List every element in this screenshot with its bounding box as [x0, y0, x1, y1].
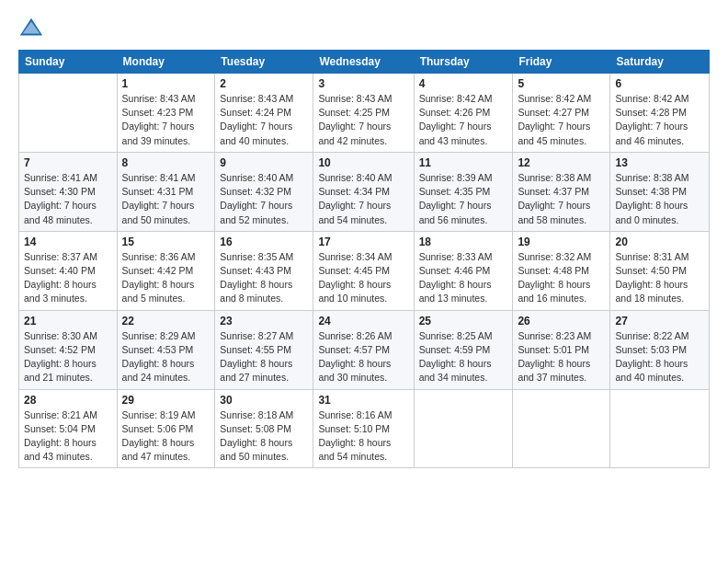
day-number: 25: [419, 315, 508, 327]
day-info: Sunrise: 8:26 AM Sunset: 4:57 PM Dayligh…: [318, 329, 408, 385]
calendar-header-day: Thursday: [414, 51, 513, 74]
day-info: Sunrise: 8:29 AM Sunset: 4:53 PM Dayligh…: [122, 329, 210, 385]
calendar-cell: 29Sunrise: 8:19 AM Sunset: 5:06 PM Dayli…: [117, 389, 215, 468]
day-info: Sunrise: 8:43 AM Sunset: 4:24 PM Dayligh…: [220, 92, 308, 148]
day-number: 20: [615, 236, 704, 248]
calendar-cell: 1Sunrise: 8:43 AM Sunset: 4:23 PM Daylig…: [117, 74, 215, 153]
calendar-cell: 2Sunrise: 8:43 AM Sunset: 4:24 PM Daylig…: [215, 74, 313, 153]
calendar-cell: 19Sunrise: 8:32 AM Sunset: 4:48 PM Dayli…: [513, 231, 610, 310]
day-info: Sunrise: 8:19 AM Sunset: 5:06 PM Dayligh…: [122, 408, 210, 465]
day-number: 7: [24, 156, 112, 169]
calendar-header-day: Friday: [513, 51, 610, 74]
day-number: 26: [518, 315, 605, 327]
day-info: Sunrise: 8:25 AM Sunset: 4:59 PM Dayligh…: [419, 329, 508, 385]
day-number: 30: [220, 394, 308, 407]
day-number: 8: [122, 156, 210, 169]
day-number: 13: [615, 156, 704, 169]
day-info: Sunrise: 8:21 AM Sunset: 5:04 PM Dayligh…: [24, 408, 112, 465]
logo-icon: [18, 15, 44, 40]
calendar-cell: [513, 389, 610, 468]
calendar-cell: 4Sunrise: 8:42 AM Sunset: 4:26 PM Daylig…: [414, 74, 513, 153]
day-info: Sunrise: 8:37 AM Sunset: 4:40 PM Dayligh…: [24, 250, 112, 306]
calendar-cell: 7Sunrise: 8:41 AM Sunset: 4:30 PM Daylig…: [19, 152, 118, 231]
day-number: 17: [318, 236, 408, 248]
calendar-cell: 27Sunrise: 8:22 AM Sunset: 5:03 PM Dayli…: [610, 310, 710, 389]
day-info: Sunrise: 8:18 AM Sunset: 5:08 PM Dayligh…: [220, 408, 308, 465]
day-number: 22: [122, 315, 210, 327]
day-number: 29: [122, 394, 210, 407]
page: SundayMondayTuesdayWednesdayThursdayFrid…: [0, 0, 728, 563]
calendar-cell: 11Sunrise: 8:39 AM Sunset: 4:35 PM Dayli…: [414, 152, 513, 231]
calendar-cell: 3Sunrise: 8:43 AM Sunset: 4:25 PM Daylig…: [313, 74, 414, 153]
day-number: 2: [220, 77, 308, 90]
calendar-table: SundayMondayTuesdayWednesdayThursdayFrid…: [18, 50, 710, 468]
day-info: Sunrise: 8:23 AM Sunset: 5:01 PM Dayligh…: [518, 329, 605, 385]
day-info: Sunrise: 8:42 AM Sunset: 4:27 PM Dayligh…: [518, 92, 605, 148]
day-info: Sunrise: 8:30 AM Sunset: 4:52 PM Dayligh…: [24, 329, 112, 385]
calendar-cell: 25Sunrise: 8:25 AM Sunset: 4:59 PM Dayli…: [414, 310, 513, 389]
day-number: 11: [419, 156, 508, 169]
day-number: 31: [318, 394, 408, 407]
calendar-header-day: Wednesday: [313, 51, 414, 74]
day-number: 14: [24, 236, 112, 248]
day-number: 4: [419, 77, 508, 90]
calendar-cell: 9Sunrise: 8:40 AM Sunset: 4:32 PM Daylig…: [215, 152, 313, 231]
calendar-cell: 20Sunrise: 8:31 AM Sunset: 4:50 PM Dayli…: [610, 231, 710, 310]
day-info: Sunrise: 8:43 AM Sunset: 4:23 PM Dayligh…: [122, 92, 210, 148]
calendar-cell: 23Sunrise: 8:27 AM Sunset: 4:55 PM Dayli…: [215, 310, 313, 389]
day-number: 5: [518, 77, 605, 90]
calendar-cell: 8Sunrise: 8:41 AM Sunset: 4:31 PM Daylig…: [117, 152, 215, 231]
day-number: 15: [122, 236, 210, 248]
calendar-header-day: Sunday: [19, 51, 118, 74]
calendar-header-row: SundayMondayTuesdayWednesdayThursdayFrid…: [19, 51, 710, 74]
day-number: 6: [615, 77, 704, 90]
day-number: 27: [615, 315, 704, 327]
day-number: 12: [518, 156, 605, 169]
day-info: Sunrise: 8:33 AM Sunset: 4:46 PM Dayligh…: [419, 250, 508, 306]
calendar-cell: 22Sunrise: 8:29 AM Sunset: 4:53 PM Dayli…: [117, 310, 215, 389]
day-info: Sunrise: 8:36 AM Sunset: 4:42 PM Dayligh…: [122, 250, 210, 306]
day-info: Sunrise: 8:42 AM Sunset: 4:28 PM Dayligh…: [615, 92, 704, 148]
day-number: 23: [220, 315, 308, 327]
day-number: 3: [318, 77, 408, 90]
calendar-cell: 18Sunrise: 8:33 AM Sunset: 4:46 PM Dayli…: [414, 231, 513, 310]
day-number: 18: [419, 236, 508, 248]
day-info: Sunrise: 8:22 AM Sunset: 5:03 PM Dayligh…: [615, 329, 704, 385]
calendar-cell: 15Sunrise: 8:36 AM Sunset: 4:42 PM Dayli…: [117, 231, 215, 310]
calendar-week-row: 21Sunrise: 8:30 AM Sunset: 4:52 PM Dayli…: [19, 310, 710, 389]
calendar-week-row: 14Sunrise: 8:37 AM Sunset: 4:40 PM Dayli…: [19, 231, 710, 310]
calendar-cell: 10Sunrise: 8:40 AM Sunset: 4:34 PM Dayli…: [313, 152, 414, 231]
calendar-week-row: 28Sunrise: 8:21 AM Sunset: 5:04 PM Dayli…: [19, 389, 710, 468]
calendar-cell: 30Sunrise: 8:18 AM Sunset: 5:08 PM Dayli…: [215, 389, 313, 468]
day-number: 10: [318, 156, 408, 169]
day-info: Sunrise: 8:39 AM Sunset: 4:35 PM Dayligh…: [419, 171, 508, 227]
day-info: Sunrise: 8:43 AM Sunset: 4:25 PM Dayligh…: [318, 92, 408, 148]
calendar-week-row: 1Sunrise: 8:43 AM Sunset: 4:23 PM Daylig…: [19, 74, 710, 153]
calendar-cell: 16Sunrise: 8:35 AM Sunset: 4:43 PM Dayli…: [215, 231, 313, 310]
calendar-cell: 17Sunrise: 8:34 AM Sunset: 4:45 PM Dayli…: [313, 231, 414, 310]
calendar-cell: 21Sunrise: 8:30 AM Sunset: 4:52 PM Dayli…: [19, 310, 118, 389]
calendar-cell: 24Sunrise: 8:26 AM Sunset: 4:57 PM Dayli…: [313, 310, 414, 389]
calendar-cell: 31Sunrise: 8:16 AM Sunset: 5:10 PM Dayli…: [313, 389, 414, 468]
day-number: 28: [24, 394, 112, 407]
day-number: 1: [122, 77, 210, 90]
day-info: Sunrise: 8:16 AM Sunset: 5:10 PM Dayligh…: [318, 408, 408, 465]
day-info: Sunrise: 8:31 AM Sunset: 4:50 PM Dayligh…: [615, 250, 704, 306]
calendar-cell: [414, 389, 513, 468]
calendar-cell: 14Sunrise: 8:37 AM Sunset: 4:40 PM Dayli…: [19, 231, 118, 310]
logo: [18, 15, 48, 40]
calendar-cell: [610, 389, 710, 468]
day-info: Sunrise: 8:34 AM Sunset: 4:45 PM Dayligh…: [318, 250, 408, 306]
calendar-header-day: Tuesday: [215, 51, 313, 74]
day-info: Sunrise: 8:41 AM Sunset: 4:31 PM Dayligh…: [122, 171, 210, 227]
day-info: Sunrise: 8:27 AM Sunset: 4:55 PM Dayligh…: [220, 329, 308, 385]
calendar-cell: 5Sunrise: 8:42 AM Sunset: 4:27 PM Daylig…: [513, 74, 610, 153]
calendar-header-day: Monday: [117, 51, 215, 74]
day-info: Sunrise: 8:40 AM Sunset: 4:34 PM Dayligh…: [318, 171, 408, 227]
day-info: Sunrise: 8:42 AM Sunset: 4:26 PM Dayligh…: [419, 92, 508, 148]
day-number: 16: [220, 236, 308, 248]
calendar-cell: 13Sunrise: 8:38 AM Sunset: 4:38 PM Dayli…: [610, 152, 710, 231]
day-number: 21: [24, 315, 112, 327]
calendar-cell: 12Sunrise: 8:38 AM Sunset: 4:37 PM Dayli…: [513, 152, 610, 231]
day-info: Sunrise: 8:41 AM Sunset: 4:30 PM Dayligh…: [24, 171, 112, 227]
